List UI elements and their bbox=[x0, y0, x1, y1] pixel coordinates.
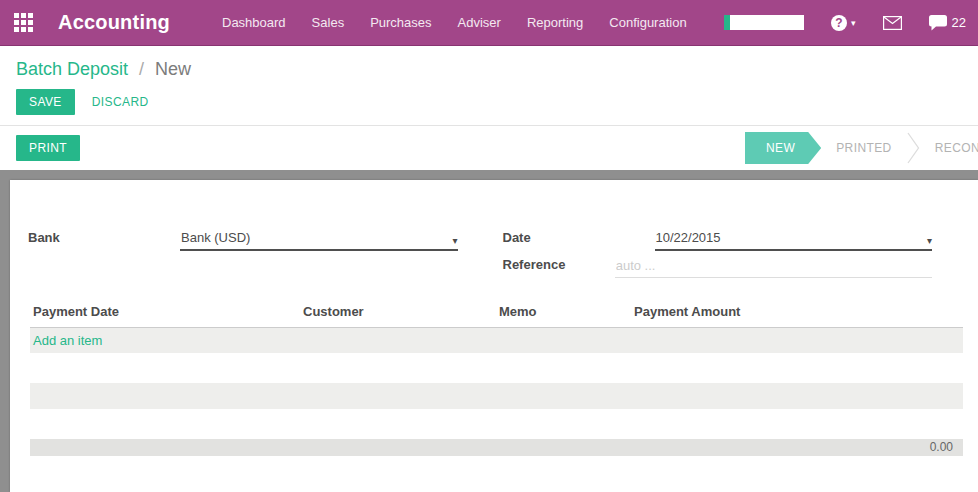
chevron-down-icon: ▾ bbox=[851, 18, 856, 28]
menu-item-reporting[interactable]: Reporting bbox=[527, 15, 583, 30]
empty-list-row bbox=[30, 383, 963, 409]
column-header-payment-amount: Payment Amount bbox=[631, 304, 963, 319]
apps-grid-icon[interactable] bbox=[14, 13, 34, 32]
column-header-payment-date: Payment Date bbox=[30, 304, 300, 319]
total-amount-row: 0.00 bbox=[30, 439, 963, 456]
date-picker[interactable]: 10/22/2015 ▾ bbox=[655, 230, 933, 251]
help-circle-icon: ? bbox=[831, 15, 847, 31]
statusbar: NEW PRINTED RECONCILED bbox=[745, 132, 978, 164]
save-button[interactable]: SAVE bbox=[16, 89, 75, 115]
status-step-printed[interactable]: PRINTED bbox=[821, 132, 906, 164]
page-background: Bank Bank (USD) ▾ Date 10/22/2015 ▾ Re bbox=[0, 170, 978, 492]
menu-item-purchases[interactable]: Purchases bbox=[370, 15, 431, 30]
date-value: 10/22/2015 bbox=[656, 230, 721, 245]
envelope-icon bbox=[883, 16, 902, 30]
status-step-reconciled[interactable]: RECONCILED bbox=[920, 132, 978, 164]
navbar-right-tools: ? ▾ 22 bbox=[724, 15, 966, 31]
menu-item-configuration[interactable]: Configuration bbox=[609, 15, 686, 30]
payments-list-header: Payment Date Customer Memo Payment Amoun… bbox=[30, 299, 963, 328]
bank-label: Bank bbox=[28, 230, 180, 251]
menu-item-adviser[interactable]: Adviser bbox=[458, 15, 501, 30]
speech-bubble-icon bbox=[929, 15, 947, 31]
field-group-right: Date 10/22/2015 ▾ Reference bbox=[503, 224, 933, 278]
chevron-down-icon: ▾ bbox=[927, 235, 932, 246]
chat-count-badge: 22 bbox=[952, 15, 966, 30]
bank-field-row: Bank Bank (USD) ▾ bbox=[28, 224, 458, 251]
breadcrumb: Batch Deposit / New bbox=[16, 59, 962, 80]
column-header-memo: Memo bbox=[496, 304, 631, 319]
messages-button[interactable] bbox=[883, 16, 902, 30]
form-fields: Bank Bank (USD) ▾ Date 10/22/2015 ▾ Re bbox=[10, 224, 978, 278]
breadcrumb-parent-link[interactable]: Batch Deposit bbox=[16, 59, 128, 79]
menu-item-dashboard[interactable]: Dashboard bbox=[222, 15, 286, 30]
discard-button[interactable]: DISCARD bbox=[92, 95, 149, 109]
bank-select[interactable]: Bank (USD) ▾ bbox=[180, 230, 458, 251]
add-an-item-link[interactable]: Add an item bbox=[30, 328, 963, 353]
help-menu[interactable]: ? ▾ bbox=[831, 15, 856, 31]
record-action-row: SAVE DISCARD bbox=[16, 89, 962, 115]
chat-button[interactable]: 22 bbox=[929, 15, 966, 31]
column-header-customer: Customer bbox=[300, 304, 496, 319]
chevron-right-icon bbox=[907, 132, 920, 164]
form-toolbar: PRINT NEW PRINTED RECONCILED bbox=[0, 126, 978, 170]
breadcrumb-current: New bbox=[155, 59, 191, 79]
breadcrumb-separator: / bbox=[139, 59, 144, 79]
payments-list: Payment Date Customer Memo Payment Amoun… bbox=[30, 299, 963, 456]
date-field-row: Date 10/22/2015 ▾ bbox=[503, 224, 933, 251]
date-label: Date bbox=[503, 230, 655, 251]
form-sheet: Bank Bank (USD) ▾ Date 10/22/2015 ▾ Re bbox=[10, 180, 978, 492]
app-title: Accounting bbox=[58, 11, 170, 34]
top-navbar: Accounting Dashboard Sales Purchases Adv… bbox=[0, 0, 978, 46]
bank-value: Bank (USD) bbox=[181, 230, 250, 245]
main-menu: Dashboard Sales Purchases Adviser Report… bbox=[222, 15, 687, 30]
planner-progress-bar[interactable] bbox=[724, 15, 804, 30]
reference-field-row: Reference bbox=[503, 251, 933, 278]
status-step-new: NEW bbox=[745, 132, 821, 164]
field-group-left: Bank Bank (USD) ▾ bbox=[28, 224, 458, 278]
print-button[interactable]: PRINT bbox=[16, 135, 80, 161]
control-panel: Batch Deposit / New SAVE DISCARD bbox=[0, 46, 978, 126]
reference-input[interactable] bbox=[615, 258, 932, 278]
menu-item-sales[interactable]: Sales bbox=[312, 15, 345, 30]
reference-label: Reference bbox=[503, 257, 615, 278]
chevron-down-icon: ▾ bbox=[452, 235, 457, 246]
